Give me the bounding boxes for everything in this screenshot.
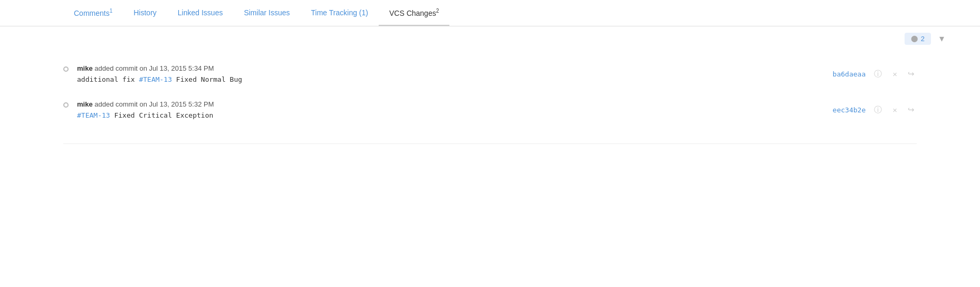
- close-icon-1[interactable]: ×: [890, 69, 899, 80]
- tab-bar: Comments1 History Linked Issues Similar …: [0, 0, 980, 26]
- commit-msg-prefix-1: additional fix: [77, 75, 139, 83]
- content-area: mike added commit on Jul 13, 2015 5:34 P…: [0, 51, 980, 144]
- reply-icon-1[interactable]: ↪: [906, 68, 917, 80]
- commit-actions-2: eec34b2e ⓘ × ↪: [812, 104, 917, 116]
- collapse-button[interactable]: ▾: [935, 31, 948, 46]
- commit-issue-link-1[interactable]: #TEAM-13: [139, 75, 172, 83]
- close-icon-2[interactable]: ×: [890, 104, 899, 116]
- commit-meta-2: mike added commit on Jul 13, 2015 5:32 P…: [77, 100, 812, 108]
- info-icon-1[interactable]: ⓘ: [872, 68, 884, 80]
- bottom-divider: [63, 144, 917, 144]
- commit-issue-link-2[interactable]: #TEAM-13: [77, 111, 110, 119]
- tab-comments[interactable]: Comments1: [63, 1, 123, 26]
- tab-similar-issues[interactable]: Similar Issues: [233, 1, 300, 25]
- count-badge: ⬤ 2: [905, 33, 931, 45]
- commit-avatar-1: [63, 66, 69, 72]
- commit-message-1: additional fix #TEAM-13 Fixed Normal Bug: [77, 75, 812, 83]
- commit-entry-1: mike added commit on Jul 13, 2015 5:34 P…: [63, 56, 917, 92]
- commit-action-1: added commit on: [94, 64, 149, 72]
- reply-icon-2[interactable]: ↪: [906, 104, 917, 116]
- tab-history[interactable]: History: [123, 1, 167, 25]
- commit-author-2: mike: [77, 100, 93, 108]
- tab-time-tracking[interactable]: Time Tracking (1): [301, 1, 379, 25]
- pin-icon: ⬤: [911, 35, 918, 42]
- commit-date-1: Jul 13, 2015 5:34 PM: [149, 64, 214, 72]
- page-container: Comments1 History Linked Issues Similar …: [0, 0, 980, 287]
- count-value: 2: [921, 35, 925, 43]
- commit-action-2: added commit on: [94, 100, 149, 108]
- commit-entry-2: mike added commit on Jul 13, 2015 5:32 P…: [63, 92, 917, 128]
- commit-actions-1: ba6daeaa ⓘ × ↪: [812, 68, 917, 80]
- commit-body-1: mike added commit on Jul 13, 2015 5:34 P…: [77, 64, 812, 83]
- tab-linked-issues[interactable]: Linked Issues: [167, 1, 234, 25]
- commit-hash-1[interactable]: ba6daeaa: [833, 70, 866, 78]
- commit-msg-suffix-1: Fixed Normal Bug: [172, 75, 242, 83]
- commit-message-2: #TEAM-13 Fixed Critical Exception: [77, 111, 812, 119]
- tab-vcs-changes[interactable]: VCS Changes2: [379, 1, 449, 26]
- commit-date-2: Jul 13, 2015 5:32 PM: [149, 100, 214, 108]
- commit-meta-1: mike added commit on Jul 13, 2015 5:34 P…: [77, 64, 812, 72]
- commit-msg-suffix-2: Fixed Critical Exception: [110, 111, 214, 119]
- commit-author-1: mike: [77, 64, 93, 72]
- info-icon-2[interactable]: ⓘ: [872, 104, 884, 116]
- commit-body-2: mike added commit on Jul 13, 2015 5:32 P…: [77, 100, 812, 119]
- commit-hash-2[interactable]: eec34b2e: [833, 106, 866, 114]
- commit-avatar-2: [63, 102, 69, 108]
- toolbar-row: ⬤ 2 ▾: [0, 26, 980, 51]
